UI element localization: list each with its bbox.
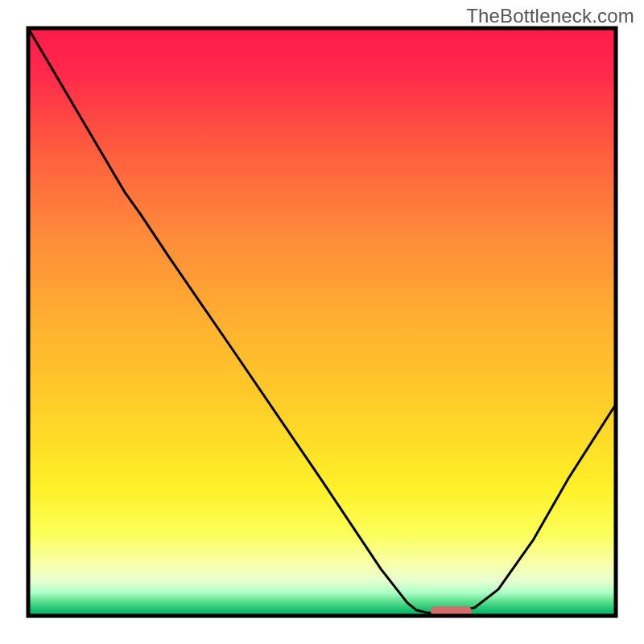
watermark-text: TheBottleneck.com bbox=[466, 5, 634, 27]
gradient-background bbox=[28, 28, 616, 616]
bottleneck-chart: TheBottleneck.com bbox=[0, 0, 644, 644]
chart-canvas bbox=[0, 0, 644, 644]
